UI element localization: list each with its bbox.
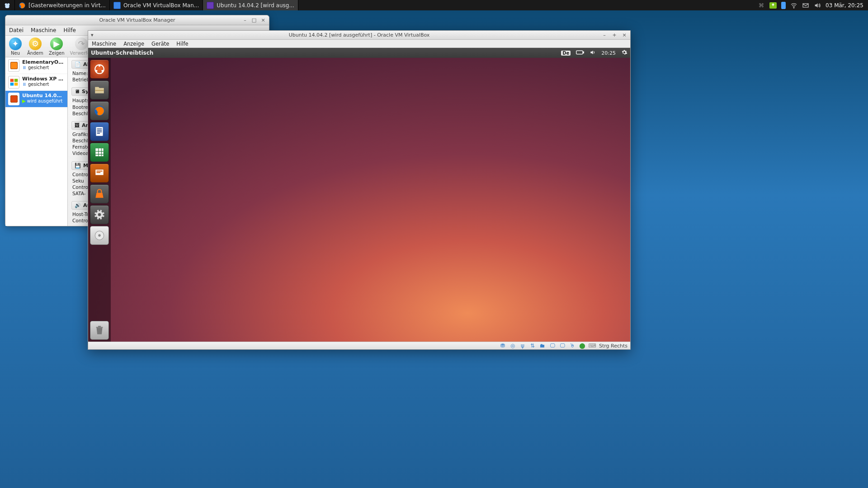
status-mouse-icon[interactable]: 🖰 [569, 343, 576, 349]
unity-launcher [88, 58, 111, 342]
status-hd-icon[interactable]: ⛃ [500, 343, 506, 349]
host-taskbar: [Gasterweiterungen in Virt... Oracle VM … [0, 0, 298, 10]
host-top-panel: [Gasterweiterungen in Virt... Oracle VM … [0, 0, 868, 10]
mail-icon[interactable] [802, 2, 809, 9]
launcher-firefox[interactable] [90, 101, 109, 120]
taskbar-item-firefox[interactable]: [Gasterweiterungen in Virt... [15, 0, 110, 10]
minimize-button[interactable]: – [242, 17, 248, 23]
launcher-files[interactable] [90, 80, 109, 99]
launcher-calc[interactable] [90, 143, 109, 162]
wifi-icon[interactable] [790, 2, 797, 9]
vm-status-bar: ⛃ ◎ ψ ⇅ 🖿 🖵 🖵 🖰 ⬤ ⌨ Strg Rechts [88, 342, 630, 349]
unity-tray: De 20:25 [549, 49, 627, 57]
svg-rect-11 [583, 52, 584, 53]
svg-rect-26 [97, 172, 101, 173]
battery-icon[interactable] [781, 2, 786, 9]
vm-running-window: ▾ Ubuntu 14.04.2 [wird ausgeführt] - Ora… [88, 30, 631, 350]
status-usb-icon[interactable]: ψ [519, 343, 526, 349]
vbox-manager-titlebar[interactable]: Oracle VM VirtualBox Manager – □ × [5, 15, 269, 25]
volume-icon[interactable] [814, 2, 821, 9]
svg-rect-7 [14, 79, 18, 82]
menu-machine[interactable]: Maschine [31, 27, 56, 33]
toolbar-new[interactable]: ✦Neu [9, 38, 22, 56]
launcher-trash[interactable] [90, 321, 109, 340]
dropdown-icon[interactable]: ▾ [91, 32, 94, 38]
vm-row-winxp[interactable]: Windows XP (Si...) ⏸gesichert [5, 74, 67, 91]
taskbar-item-vmwin[interactable]: Ubuntu 14.04.2 [wird ausg... [203, 0, 298, 10]
vm-window-menubar: Maschine Anzeige Geräte Hilfe [88, 40, 630, 48]
svg-rect-9 [14, 83, 18, 86]
svg-rect-25 [97, 171, 103, 172]
launcher-disc[interactable] [90, 226, 109, 245]
minimize-button[interactable]: – [601, 32, 608, 38]
status-capture-icon[interactable]: ⬤ [579, 343, 585, 349]
bluetooth-icon[interactable]: ⌘ [758, 2, 765, 9]
new-icon: ✦ [9, 38, 22, 50]
saved-state-icon: ⏸ [22, 65, 27, 70]
guest-screen[interactable]: Ubuntu-Schreibtisch De 20:25 [88, 48, 630, 342]
battery-tray-icon[interactable] [576, 50, 584, 56]
os-icon [8, 76, 19, 89]
vm-menu-help[interactable]: Hilfe [176, 41, 188, 47]
update-badge-icon[interactable] [769, 2, 777, 9]
volume-tray-icon[interactable] [590, 49, 596, 57]
maximize-button[interactable]: + [611, 32, 618, 38]
svg-rect-20 [97, 130, 102, 131]
host-key-label: Strg Rechts [599, 343, 627, 349]
window-title: Oracle VM VirtualBox Manager [99, 17, 175, 23]
close-button[interactable]: × [260, 17, 266, 23]
toolbar-show[interactable]: ▶Zeigen [49, 38, 65, 56]
svg-rect-8 [10, 83, 14, 86]
vm-row-elementaryos[interactable]: ElementaryOS (...) ⏸gesichert [5, 57, 67, 74]
vm-list: ElementaryOS (...) ⏸gesichert Windows XP… [5, 57, 68, 226]
svg-rect-19 [97, 129, 102, 130]
gear-icon: ⚙ [29, 38, 42, 50]
svg-point-13 [99, 65, 100, 66]
discard-icon: ↷ [75, 38, 88, 50]
vm-menu-devices[interactable]: Geräte [151, 41, 169, 47]
close-button[interactable]: × [621, 32, 627, 38]
launcher-writer[interactable] [90, 122, 109, 141]
unity-topbar: Ubuntu-Schreibtisch De 20:25 [88, 48, 630, 58]
os-icon [8, 93, 19, 105]
firefox-icon [19, 2, 26, 9]
menu-file[interactable]: Datei [9, 27, 24, 33]
taskbar-item-vboxmgr[interactable]: Oracle VM VirtualBox Man... [110, 0, 203, 10]
status-display-icon[interactable]: 🖵 [549, 343, 556, 349]
unity-desktop[interactable] [88, 58, 630, 342]
status-shared-icon[interactable]: 🖿 [539, 343, 546, 349]
svg-rect-21 [97, 131, 102, 132]
virtualbox-icon [113, 2, 121, 9]
svg-point-2 [5, 5, 9, 8]
maximize-button[interactable]: □ [251, 17, 257, 23]
launcher-dash[interactable] [90, 60, 109, 79]
host-clock[interactable]: 03 Mär, 20:25 [826, 2, 863, 9]
svg-rect-6 [10, 79, 14, 82]
host-menu-button[interactable] [0, 0, 15, 10]
vm-menu-machine[interactable]: Maschine [92, 41, 116, 47]
launcher-impress[interactable] [90, 164, 109, 183]
network-icon[interactable] [549, 49, 556, 57]
svg-point-27 [98, 213, 101, 216]
status-net-icon[interactable]: ⇅ [529, 343, 536, 349]
taskbar-label: Ubuntu 14.04.2 [wird ausg... [217, 2, 294, 9]
svg-rect-10 [576, 51, 583, 54]
svg-rect-16 [95, 90, 104, 91]
session-gear-icon[interactable] [621, 49, 627, 57]
status-video-icon[interactable]: 🖵 [559, 343, 566, 349]
toolbar-change[interactable]: ⚙Ändern [27, 38, 43, 56]
keyboard-layout-indicator[interactable]: De [561, 51, 571, 56]
play-icon: ▶ [50, 38, 63, 50]
taskbar-label: Oracle VM VirtualBox Man... [123, 2, 199, 9]
vm-menu-view[interactable]: Anzeige [123, 41, 144, 47]
menu-help[interactable]: Hilfe [64, 27, 76, 33]
status-cd-icon[interactable]: ◎ [509, 343, 516, 349]
launcher-software-center[interactable] [90, 184, 109, 203]
vm-window-titlebar[interactable]: ▾ Ubuntu 14.04.2 [wird ausgeführt] - Ora… [88, 31, 630, 40]
guest-clock[interactable]: 20:25 [601, 50, 616, 56]
launcher-settings[interactable] [90, 205, 109, 224]
os-icon [8, 59, 19, 72]
vm-row-ubuntu[interactable]: Ubuntu 14.04.2 ▶wird ausgeführt [5, 91, 67, 108]
status-key-icon[interactable]: ⌨ [589, 343, 595, 349]
svg-rect-22 [97, 133, 100, 134]
